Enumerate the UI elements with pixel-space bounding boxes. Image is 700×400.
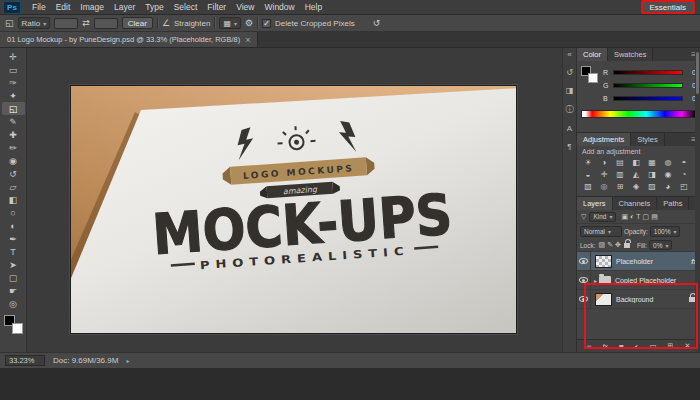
delete-cropped-pixels-checkbox[interactable] [262, 19, 271, 28]
eyedropper-tool[interactable]: ✎ [2, 115, 25, 128]
layer-thumbnail[interactable] [595, 293, 612, 306]
close-tab-icon[interactable]: × [245, 35, 250, 45]
tab-layers[interactable]: Layers [577, 197, 613, 210]
color-swatch-control[interactable] [4, 315, 23, 334]
dodge-tool[interactable]: ◐ [2, 219, 25, 232]
adjustment-icon-1[interactable]: ☀ [580, 156, 596, 168]
adjustment-icon-18[interactable]: ◈ [628, 180, 644, 192]
clear-button[interactable]: Clear [122, 17, 153, 29]
document-canvas[interactable]: LOGO MOCKUPS amazing MOCK-UPS PHOTOREALI… [71, 86, 516, 333]
menu-layer[interactable]: Layer [109, 0, 140, 15]
info-panel-icon[interactable]: ⓘ [564, 104, 576, 115]
hand-tool[interactable]: ☛ [2, 284, 25, 297]
background-color-chip[interactable] [588, 73, 598, 83]
menu-image[interactable]: Image [75, 0, 109, 15]
crop-tool[interactable]: ◱ [2, 102, 25, 115]
type-tool[interactable]: T [2, 245, 25, 258]
adjustment-icon-19[interactable]: ▨ [644, 180, 660, 192]
healing-brush-tool[interactable]: ✚ [2, 128, 25, 141]
tab-paths[interactable]: Paths [657, 197, 689, 210]
scrollbar-thumb[interactable] [696, 52, 699, 94]
layer-thumbnail[interactable] [595, 255, 612, 268]
paragraph-panel-icon[interactable]: ¶ [564, 142, 576, 151]
channel-slider[interactable] [613, 70, 683, 75]
menu-view[interactable]: View [231, 0, 259, 15]
filter-smart-objects-icon[interactable]: ▤ [650, 213, 659, 221]
brush-tool[interactable]: ✏ [2, 141, 25, 154]
adjustment-icon-3[interactable]: ▤ [612, 156, 628, 168]
adjustment-icon-15[interactable]: ▧ [580, 180, 596, 192]
menu-select[interactable]: Select [169, 0, 203, 15]
canvas-pasteboard[interactable]: LOGO MOCKUPS amazing MOCK-UPS PHOTOREALI… [27, 48, 562, 352]
adjustment-icon-20[interactable]: ◕ [660, 180, 676, 192]
overlay-options-dropdown[interactable]: ▦ [219, 17, 241, 29]
adjustment-icon-11[interactable]: ◭ [628, 168, 644, 180]
new-adjustment-icon[interactable]: ◐ [634, 343, 640, 350]
adjustment-icon-16[interactable]: ◎ [596, 180, 612, 192]
opacity-dropdown[interactable]: 100% [650, 226, 681, 237]
quick-selection-tool[interactable]: ✦ [2, 89, 25, 102]
adjustment-icon-17[interactable]: ⊞ [612, 180, 628, 192]
straighten-icon[interactable]: ∠ [162, 18, 170, 28]
layer-visibility-toggle[interactable] [577, 252, 591, 270]
shape-tool[interactable]: ▢ [2, 271, 25, 284]
pen-tool[interactable]: ✒ [2, 232, 25, 245]
layer-row-copied-placeholder[interactable]: ▸Copied Placeholder [577, 271, 700, 290]
panels-scrollbar[interactable] [695, 48, 700, 352]
background-color-swatch[interactable] [12, 323, 23, 334]
adjustment-icon-5[interactable]: ▦ [644, 156, 660, 168]
crop-ratio-dropdown[interactable]: Ratio [18, 17, 51, 29]
character-panel-icon[interactable]: A [564, 124, 576, 133]
reset-crop-icon[interactable]: ↺ [373, 18, 381, 28]
lasso-tool[interactable]: ✑ [2, 76, 25, 89]
adjustment-icon-12[interactable]: ◨ [644, 168, 660, 180]
adjustment-icon-14[interactable]: ◔ [676, 168, 692, 180]
clone-stamp-tool[interactable]: ◉ [2, 154, 25, 167]
menu-filter[interactable]: Filter [202, 0, 231, 15]
link-layers-icon[interactable]: ∞ [586, 343, 593, 350]
filter-pixel-layers-icon[interactable]: ▣ [620, 213, 629, 221]
move-tool[interactable]: ✛ [2, 50, 25, 63]
lock-transparency-icon[interactable]: ▨ [598, 241, 607, 249]
filter-shape-layers-icon[interactable]: ▢ [642, 213, 651, 221]
properties-panel-icon[interactable]: ◨ [564, 86, 576, 95]
adjustment-icon-6[interactable]: ◍ [660, 156, 676, 168]
layer-visibility-toggle[interactable] [577, 271, 591, 289]
adjustment-icon-7[interactable]: ◓ [676, 156, 692, 168]
adjustment-icon-13[interactable]: ◉ [660, 168, 676, 180]
swap-dimensions-icon[interactable]: ⇄ [82, 18, 90, 28]
crop-width-field[interactable] [54, 18, 78, 29]
tab-styles[interactable]: Styles [631, 133, 664, 146]
new-layer-icon[interactable]: ⊞ [667, 342, 675, 350]
menu-edit[interactable]: Edit [51, 0, 76, 15]
layer-row-placeholder[interactable]: Placeholderfx [577, 252, 700, 271]
adjustment-icon-2[interactable]: ◑ [596, 156, 612, 168]
color-panel-swatches[interactable] [581, 66, 598, 83]
adjustment-icon-10[interactable]: ▥ [612, 168, 628, 180]
menu-help[interactable]: Help [300, 0, 327, 15]
gradient-tool[interactable]: ◧ [2, 193, 25, 206]
lock-position-icon[interactable]: ✥ [614, 241, 622, 249]
path-selection-tool[interactable]: ➤ [2, 258, 25, 271]
lock-pixels-icon[interactable]: ✎ [606, 241, 614, 249]
group-expander-icon[interactable]: ▸ [594, 277, 597, 284]
blend-mode-dropdown[interactable]: Normal [580, 226, 622, 237]
workspace-switcher-button[interactable]: Essentials [641, 0, 695, 14]
tab-adjustments[interactable]: Adjustments [577, 133, 631, 146]
layer-row-background[interactable]: Background [577, 290, 700, 309]
layer-style-icon[interactable]: fx [602, 343, 609, 350]
adjustment-icon-21[interactable]: ◰ [676, 180, 692, 192]
adjustment-icon-8[interactable]: ◒ [580, 168, 596, 180]
blur-tool[interactable]: ○ [2, 206, 25, 219]
crop-height-field[interactable] [94, 18, 118, 29]
channel-slider[interactable] [613, 96, 683, 101]
crop-settings-gear-icon[interactable]: ⚙ [245, 18, 253, 28]
zoom-level-field[interactable]: 33.23% [5, 355, 45, 366]
eraser-tool[interactable]: ▱ [2, 180, 25, 193]
channel-slider[interactable] [613, 83, 683, 88]
kind-dropdown[interactable]: Kind [589, 212, 616, 222]
menu-file[interactable]: File [27, 0, 51, 15]
lock-all-icon[interactable] [624, 243, 630, 248]
adjustment-icon-4[interactable]: ◧ [628, 156, 644, 168]
delete-layer-icon[interactable]: ✕ [684, 342, 692, 350]
